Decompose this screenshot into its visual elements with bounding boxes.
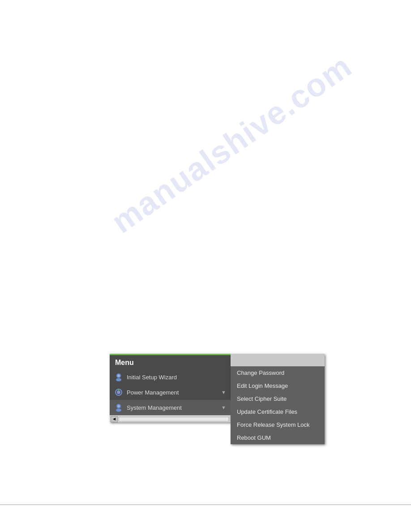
menu-area: Menu Initial Setup Wizard Power (110, 354, 325, 444)
power-icon (114, 388, 123, 397)
menu-panel: Menu Initial Setup Wizard Power (110, 354, 231, 422)
submenu-item-select-cipher[interactable]: Select Cipher Suite (231, 392, 325, 405)
submenu-panel: Change Password Edit Login Message Selec… (231, 354, 325, 444)
menu-item-label-initial-setup: Initial Setup Wizard (127, 374, 226, 381)
menu-item-power-management[interactable]: Power Management ▼ (110, 385, 231, 400)
wizard-icon (114, 373, 123, 382)
svg-point-7 (116, 409, 121, 412)
menu-item-label-system: System Management (127, 404, 219, 411)
menu-scrollbar[interactable]: ◀ (110, 415, 231, 422)
system-arrow-icon: ▼ (221, 405, 226, 410)
submenu-item-force-release[interactable]: Force Release System Lock (231, 418, 325, 431)
menu-title: Menu (110, 355, 231, 369)
menu-item-initial-setup[interactable]: Initial Setup Wizard (110, 369, 231, 385)
scroll-track[interactable] (119, 417, 229, 421)
menu-item-system-management[interactable]: System Management ▼ (110, 400, 231, 415)
system-icon (114, 403, 123, 412)
submenu-item-change-password[interactable]: Change Password (231, 366, 325, 379)
submenu-item-update-certificate[interactable]: Update Certificate Files (231, 405, 325, 418)
menu-item-label-power: Power Management (127, 389, 219, 396)
watermark-text: manualshive.com (105, 47, 359, 240)
submenu-item-reboot-gum[interactable]: Reboot GUM (231, 431, 325, 444)
svg-point-8 (118, 405, 120, 408)
bottom-divider (0, 504, 411, 505)
submenu-header (231, 354, 325, 366)
submenu-item-edit-login[interactable]: Edit Login Message (231, 379, 325, 392)
scroll-left-button[interactable]: ◀ (111, 416, 118, 422)
svg-point-1 (116, 378, 121, 382)
svg-point-2 (118, 375, 120, 377)
power-arrow-icon: ▼ (221, 390, 226, 395)
